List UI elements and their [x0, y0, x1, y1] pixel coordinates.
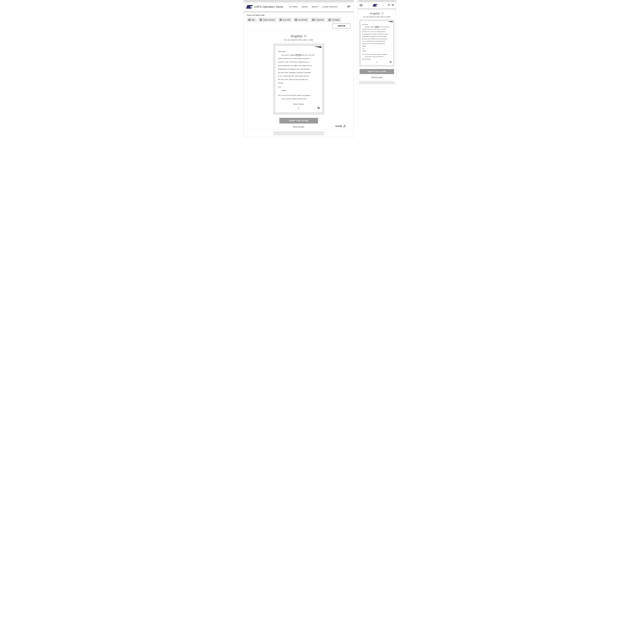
smiley-drawing: ☺: [362, 61, 392, 64]
letter-title: Angelys: [370, 12, 380, 15]
letter-sign-name: Angelys: [362, 50, 392, 52]
nav-about[interactable]: ABOUT: [312, 6, 318, 8]
letter-line: favorite.: [278, 82, 319, 84]
svg-line-5: [319, 108, 320, 109]
letter-line: go back to work. I have been working har…: [278, 61, 319, 63]
checkbox-icon: [295, 19, 297, 21]
filter-chip-gifts[interactable]: gifts: [247, 18, 257, 22]
zoom-in-icon[interactable]: [389, 61, 392, 64]
filter-chip-needs-services[interactable]: needs services: [258, 18, 277, 22]
site-header: USPS Operation Santa LETTERS SAVED ABOUT…: [244, 2, 354, 11]
share-label: SHARE: [335, 125, 342, 127]
letter-line: do my homework every night. I have impro…: [362, 33, 392, 35]
checkbox-icon: [312, 19, 314, 21]
svg-line-17: [391, 62, 392, 63]
nav-letters[interactable]: LETTERS: [289, 6, 298, 8]
letter-greeting: Hello Santa: [362, 23, 392, 26]
mobile-header: [358, 2, 396, 8]
letter-line: girl in my class. Sometimes is good but …: [362, 38, 392, 40]
checkbox-icon: [248, 19, 251, 21]
filter-chip-households[interactable]: households: [293, 18, 309, 22]
letter-ps1: PS. Last year you ate all the cookies I …: [278, 94, 319, 97]
heart-icon[interactable]: [304, 35, 307, 38]
letter-line: is not. I would really like some clothes…: [278, 75, 319, 78]
mobile-window-chrome-top: [358, 0, 396, 2]
zoom-in-icon[interactable]: [317, 107, 320, 111]
usps-eagle-logo: [246, 5, 253, 9]
carousel-peek: [244, 130, 354, 137]
letter-detail-panel: Angelys You can respond to with a gift o…: [244, 31, 354, 130]
letter-subtitle: You can respond to with a gift or a lett…: [245, 39, 352, 41]
letter-line: is not. I would really like some clothes…: [362, 40, 392, 42]
desktop-view: USPS Operation Santa LETTERS SAVED ABOUT…: [243, 0, 354, 137]
letter-line: reading Santa I am getting so tall. I am…: [362, 35, 392, 38]
letter-line: I hope you had a nice vacation before yo…: [362, 28, 392, 30]
letter-line: My size is 9/10. I like arts and craft s…: [362, 43, 392, 45]
mobile-letter-frame: Hello Santa My name is Angelys and I am …: [359, 20, 394, 66]
mobile-divider-bar: [358, 8, 396, 10]
filter-bar: Show me letters with... gifts needs serv…: [244, 12, 354, 31]
letter-subtitle: You can respond to with a gift or a lett…: [359, 16, 395, 18]
letter-sign-love: Love: [278, 86, 319, 88]
filter-label: Show me letters with...: [247, 14, 351, 16]
letter-line: I hope you had a nice vacation before yo…: [278, 57, 319, 60]
letter-image-frame: Hello Santa My name is Angelys and I am …: [273, 44, 324, 115]
redaction-block: [375, 26, 379, 27]
divider-bar: [244, 11, 354, 12]
letter-merry: Merry Christmas: [362, 58, 392, 60]
letter-greeting: Hello Santa: [278, 50, 319, 53]
nav-large-groups[interactable]: LARGE GROUPS: [322, 6, 337, 8]
letter-image[interactable]: Hello Santa My name is Angelys and I am …: [275, 46, 322, 113]
letter-image[interactable]: Hello Santa My name is Angelys and I am …: [361, 21, 393, 65]
checkbox-icon: [280, 19, 282, 21]
letter-line: girl in my class. Sometimes is good but …: [278, 71, 319, 74]
svg-point-11: [393, 5, 393, 6]
hamburger-icon[interactable]: [360, 4, 362, 6]
report-link[interactable]: Report this letter: [359, 76, 395, 78]
letter-ps2: ask, my mom to make you some more.: [278, 97, 319, 100]
filter-chip-one-child[interactable]: one child: [278, 18, 292, 22]
svg-point-9: [392, 4, 392, 5]
site-brand: USPS Operation Santa: [254, 5, 283, 9]
checkbox-icon: [329, 19, 331, 21]
letter-line: go back to work. I have been working har…: [362, 31, 392, 33]
letter-ps1: PS. Last year you ate all the cookies I …: [362, 53, 392, 56]
filter-chip-in-english[interactable]: in English: [327, 18, 341, 22]
update-button[interactable]: UPDATE: [332, 23, 351, 28]
mobile-letter-panel: Angelys You can respond to with a gift o…: [358, 10, 396, 80]
redaction-block: [296, 54, 301, 56]
letter-line: My name is Angelys and I am 8 years old.: [362, 26, 392, 28]
letter-line: do my homework every night. I have impro…: [278, 64, 319, 67]
svg-point-13: [393, 4, 394, 5]
letter-line: favorite.: [362, 45, 392, 47]
checkbox-icon: [260, 19, 262, 21]
mute-icon[interactable]: [388, 4, 390, 7]
sliders-icon[interactable]: [392, 4, 394, 7]
share-icon[interactable]: [343, 125, 346, 128]
paper-fold-corner: [314, 46, 321, 48]
letter-merry: Merry Christmas: [278, 103, 319, 106]
heart-icon[interactable]: [381, 12, 384, 15]
nav-saved[interactable]: SAVED: [302, 6, 308, 8]
letter-sign-love: Love: [362, 47, 392, 50]
letter-ps2: ask, my mom to make you some more.: [362, 56, 392, 58]
carousel-next-frame[interactable]: [359, 81, 394, 84]
adopt-button[interactable]: ADOPT THIS LETTER: [279, 118, 318, 124]
mute-icon[interactable]: [347, 5, 351, 9]
usps-eagle-logo: [373, 4, 377, 7]
mobile-carousel-peek: [358, 80, 396, 85]
letter-line: My size is 9/10. I like arts and craft s…: [278, 78, 319, 81]
mobile-view: Angelys You can respond to with a gift o…: [358, 0, 396, 85]
carousel-next-frame[interactable]: [274, 132, 324, 135]
letter-title: Angelys: [291, 34, 303, 38]
paper-fold-corner: [387, 21, 393, 22]
letter-sign-name: Angelys: [278, 89, 319, 92]
window-chrome-top: [244, 0, 354, 2]
letter-line: My name is Angelys and I am 8 years old.: [278, 54, 319, 57]
smiley-drawing: ☺: [278, 106, 319, 110]
adopt-button[interactable]: ADOPT THIS LETTER: [360, 69, 394, 74]
filter-chip-in-spanish[interactable]: in Spanish: [310, 18, 325, 22]
letter-line: reading Santa I am getting so tall. I am…: [278, 68, 319, 71]
primary-nav: LETTERS SAVED ABOUT LARGE GROUPS: [289, 6, 337, 8]
